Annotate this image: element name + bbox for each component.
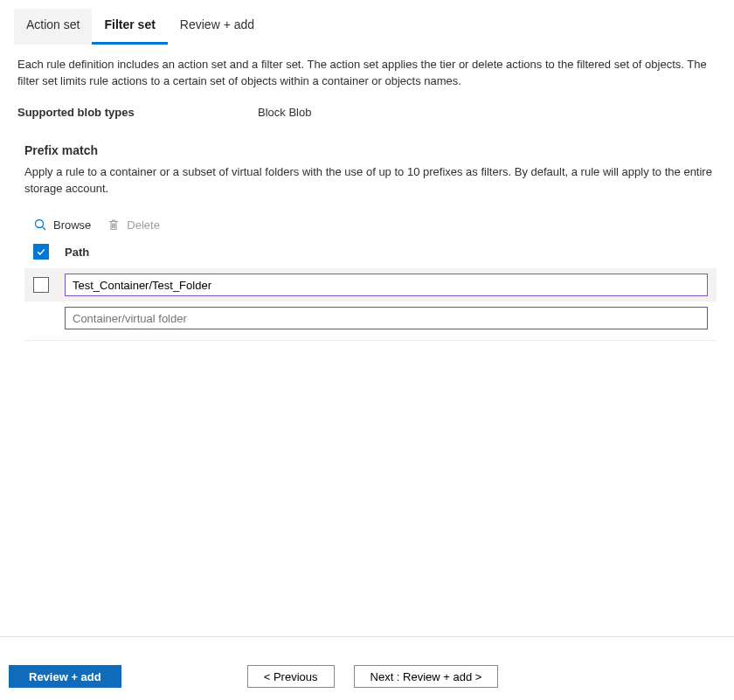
row-checkbox[interactable] <box>33 277 49 293</box>
path-input-1[interactable] <box>65 274 708 296</box>
prefix-match-title: Prefix match <box>24 143 717 157</box>
path-header-row: Path <box>24 244 717 268</box>
tab-action-set[interactable]: Action set <box>14 9 92 45</box>
footer: Review + add < Previous Next : Review + … <box>0 636 734 688</box>
divider <box>24 340 717 341</box>
next-button[interactable]: Next : Review + add > <box>354 665 499 688</box>
table-row <box>24 301 717 335</box>
supported-blob-types-value: Block Blob <box>258 106 311 119</box>
path-input-new[interactable] <box>65 307 708 329</box>
prefix-match-section: Prefix match Apply a rule to a container… <box>0 119 734 342</box>
prefix-toolbar: Browse Delete <box>24 212 717 244</box>
browse-label: Browse <box>53 218 91 232</box>
tab-review-add[interactable]: Review + add <box>168 9 267 45</box>
supported-blob-types-row: Supported blob types Block Blob <box>0 90 734 119</box>
supported-blob-types-label: Supported blob types <box>17 106 258 119</box>
svg-line-1 <box>43 227 46 231</box>
path-column-header: Path <box>65 246 89 259</box>
previous-button[interactable]: < Previous <box>247 665 335 688</box>
select-all-checkbox[interactable] <box>33 244 49 260</box>
prefix-match-desc: Apply a rule to a container or a subset … <box>24 164 717 198</box>
delete-label: Delete <box>127 218 160 232</box>
trash-icon <box>107 218 121 232</box>
delete-button: Delete <box>107 218 160 232</box>
tab-filter-set[interactable]: Filter set <box>92 9 167 45</box>
rule-description: Each rule definition includes an action … <box>0 45 734 90</box>
review-add-button[interactable]: Review + add <box>9 665 121 688</box>
search-icon <box>33 218 47 232</box>
tabs: Action set Filter set Review + add <box>0 0 734 45</box>
browse-button[interactable]: Browse <box>33 218 91 232</box>
table-row <box>24 268 717 301</box>
svg-point-0 <box>36 220 44 228</box>
